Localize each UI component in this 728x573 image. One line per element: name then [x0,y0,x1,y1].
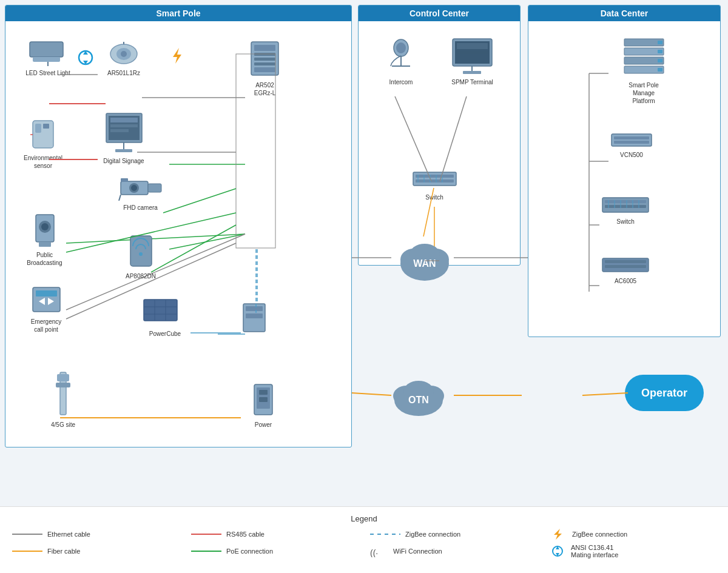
zigbee-dashed-sample [370,534,400,535]
spmp-terminal-node: SPMP Terminal [443,36,501,86]
svg-rect-8 [30,42,63,57]
powercube-solar-icon [141,297,189,327]
legend-ethernet: Ethernet cable [12,528,179,540]
power-node: Power [242,381,285,429]
diagram-area: Smart Pole [0,0,728,506]
operator-oval: Operator [625,375,704,411]
svg-line-69 [163,189,236,213]
switch-dc-icon [601,196,650,215]
zigbee-lightning-sample [549,528,567,540]
smart-pole-manage-icon [621,36,667,78]
svg-rect-25 [43,124,49,129]
switch-cc-node: Switch [407,169,462,201]
fiber-line-sample [12,551,42,552]
svg-rect-106 [614,136,649,139]
zigbee-dashed-label: ZigBee connection [405,531,460,538]
wan-label: WAN [413,258,436,269]
svg-rect-83 [457,51,488,54]
lightning-icon [168,47,186,65]
wan-cloud: WAN [394,236,455,285]
ethernet-line-sample [12,534,42,535]
svg-marker-140 [554,529,562,540]
zigbee-lightning-label: ZigBee connection [572,531,627,538]
ar501l1rz-node: AR501L1Rz [99,42,148,77]
svg-rect-60 [56,383,70,387]
svg-line-135 [582,393,628,395]
svg-rect-9 [33,57,60,62]
control-center-title: Control Center [359,5,520,21]
svg-rect-82 [457,43,488,49]
powercube-node: PowerCube [138,297,192,338]
svg-rect-20 [254,58,275,61]
svg-rect-47 [36,290,57,297]
svg-rect-18 [254,45,275,51]
switch-dc-node: Switch [598,196,653,226]
data-center-section: Data Center Smart Pole Manage Platform [528,5,721,337]
emergency-call-node: Emergency call point [19,284,73,333]
ar502-label: AR502 EGRz-L [242,81,288,97]
svg-rect-38 [121,178,128,182]
control-center-section: Control Center Intercom [358,5,521,266]
svg-rect-21 [254,62,275,65]
svg-rect-44 [130,236,152,266]
ap8082dn-node: AP8082DN [113,233,168,280]
smart-pole-manage-label: Smart Pole Manage Platform [607,81,680,105]
svg-marker-16 [173,48,181,64]
svg-rect-119 [605,265,646,268]
svg-rect-35 [148,184,161,192]
otn-cloud-svg: OTN [388,375,449,420]
env-sensor-node: Environmental sensor [19,118,67,170]
operator-label: Operator [641,387,687,400]
ac6005-icon [601,257,650,274]
smart-pole-section: Smart Pole [5,5,352,447]
svg-rect-56 [246,306,263,311]
svg-rect-29 [110,118,138,122]
svg-rect-86 [413,172,456,186]
switch-cc-icon [412,169,457,190]
wifi-sample: ((· [370,545,388,557]
legend-title: Legend [12,514,716,523]
poe-line-sample [191,551,221,552]
fg5g-site-node: 4/5G site [42,369,84,429]
led-street-light-icon [27,39,69,66]
svg-rect-64 [259,397,268,402]
svg-rect-31 [110,129,129,132]
led-street-light-node: LED Street Light [21,39,75,77]
env-sensor-icon [28,118,58,151]
svg-rect-101 [658,41,662,44]
legend-area: Legend Ethernet cable RS485 cable ZigBee… [0,506,728,573]
svg-rect-85 [463,71,481,74]
public-broadcasting-icon [30,212,60,248]
svg-rect-105 [612,134,652,146]
ac6005-node: AC6005 [598,257,653,285]
power-icon [248,381,278,418]
svg-rect-103 [658,59,662,62]
svg-rect-24 [35,124,41,133]
svg-rect-107 [614,141,649,144]
emergency-call-icon [30,284,63,315]
wifi-label: WiFi Connection [393,548,442,555]
data-center-title: Data Center [528,5,720,21]
smart-pole-manage-node: Smart Pole Manage Platform [607,36,680,105]
svg-line-95 [440,96,467,181]
public-broadcasting-node: Public Broadcasting [19,212,70,267]
svg-rect-87 [416,175,454,178]
svg-rect-43 [39,242,51,247]
svg-line-94 [395,96,431,181]
ar502-icon [248,39,281,78]
svg-rect-118 [605,260,646,263]
otn-label: OTN [408,395,429,405]
svg-rect-88 [416,179,454,183]
svg-rect-57 [246,313,263,318]
svg-rect-104 [658,68,662,72]
svg-line-133 [352,393,391,395]
intercom-node: Intercom [380,39,422,86]
svg-rect-102 [658,50,662,53]
cycle-icon [77,49,94,66]
powercube-box [242,303,266,333]
svg-rect-50 [144,300,177,321]
rs485-label: RS485 cable [226,531,265,538]
fhd-camera-icon [118,175,163,201]
otn-cloud: OTN [388,375,449,420]
svg-point-37 [131,185,137,191]
